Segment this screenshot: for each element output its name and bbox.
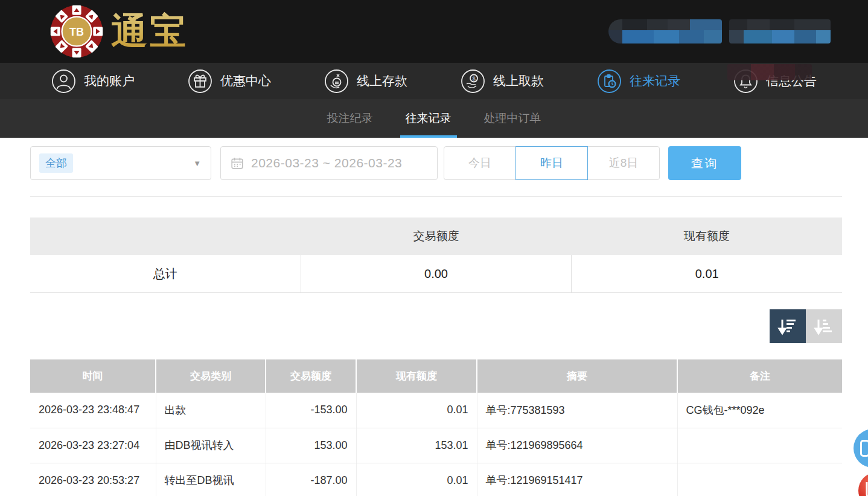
summary-total-label: 总计: [30, 255, 301, 292]
brand-logo[interactable]: TB 通宝: [48, 3, 188, 60]
type-select-value: 全部: [39, 153, 73, 173]
cell-type: 由DB视讯转入: [156, 428, 266, 463]
cell-remark: CG钱包-***092e: [677, 393, 842, 428]
cell-summary: 单号:775381593: [477, 393, 677, 428]
cell-time: 2026-03-23 23:27:04: [30, 428, 156, 463]
nav-label: 我的账户: [84, 72, 135, 89]
sort-ascending-icon: [814, 316, 834, 337]
poker-chip-icon: TB: [48, 3, 105, 60]
nav-item-promotions[interactable]: 优惠中心: [188, 69, 271, 94]
col-header-type: 交易类别: [156, 359, 266, 393]
cell-summary: 单号:121969151417: [477, 463, 677, 496]
main-nav: 我的账户 优惠中心 线上存款 $ 线上取款 往来记录: [0, 63, 868, 99]
calendar-icon: [231, 156, 244, 170]
cell-type: 出款: [156, 393, 266, 428]
cell-amount: -187.00: [266, 463, 356, 496]
table-row: 2026-03-23 23:48:47 出款 -153.00 0.01 单号:7…: [30, 393, 842, 428]
table-row: 2026-03-23 20:53:27 转出至DB视讯 -187.00 0.01…: [30, 463, 842, 496]
range-button-last8days[interactable]: 近8日: [587, 146, 660, 180]
date-range-input[interactable]: 2026-03-23 ~ 2026-03-23: [220, 146, 438, 180]
sort-descending-icon: [777, 316, 798, 337]
app-logo-icon: [863, 481, 868, 496]
summary-table: 交易额度 现有额度 总计 0.00 0.01: [30, 217, 842, 293]
col-header-amount: 交易额度: [266, 359, 356, 393]
brand-name: 通宝: [111, 7, 188, 56]
chat-device-icon: [860, 440, 868, 457]
app-shortcut-button[interactable]: [858, 472, 868, 496]
range-button-today[interactable]: 今日: [444, 146, 516, 180]
sort-ascending-button[interactable]: [806, 309, 842, 343]
cell-balance: 0.01: [356, 463, 477, 496]
sort-controls: [770, 309, 842, 343]
transactions-table: 时间 交易类别 交易额度 现有额度 摘要 备注 2026-03-23 23:48…: [30, 359, 842, 496]
sort-descending-button[interactable]: [770, 309, 806, 343]
nav-item-my-account[interactable]: 我的账户: [51, 69, 135, 94]
summary-header-transaction: 交易额度: [301, 217, 571, 255]
cell-time: 2026-03-23 23:48:47: [30, 393, 156, 428]
nav-item-withdraw[interactable]: $ 线上取款: [461, 69, 544, 94]
records-icon: [597, 69, 622, 94]
col-header-time: 时间: [30, 359, 156, 393]
cell-remark: [677, 428, 842, 463]
table-header-row: 时间 交易类别 交易额度 现有额度 摘要 备注: [30, 359, 842, 393]
nav-label: 线上取款: [493, 72, 544, 89]
blurred-balance: [729, 19, 831, 43]
summary-transaction-total: 0.00: [301, 255, 572, 292]
cell-amount: -153.00: [266, 393, 356, 428]
query-button[interactable]: 查询: [668, 146, 741, 180]
cell-type: 转出至DB视讯: [156, 463, 266, 496]
nav-item-records[interactable]: 往来记录: [597, 69, 680, 94]
range-button-yesterday[interactable]: 昨日: [515, 146, 588, 180]
withdraw-icon: $: [461, 69, 485, 94]
svg-text:$: $: [472, 76, 475, 82]
summary-total-row: 总计 0.00 0.01: [30, 255, 842, 293]
blurred-patch: [727, 64, 812, 80]
cell-remark: [677, 463, 842, 496]
col-header-balance: 现有额度: [356, 359, 477, 393]
cell-summary: 单号:121969895664: [477, 428, 677, 463]
col-header-remark: 备注: [677, 359, 842, 393]
user-icon: [51, 69, 76, 94]
tab-betting-records[interactable]: 投注纪录: [326, 99, 374, 138]
summary-header-empty: [30, 217, 301, 255]
gift-icon: [188, 69, 212, 94]
type-select[interactable]: 全部 ▼: [30, 146, 211, 180]
chevron-down-icon: ▼: [193, 159, 201, 168]
nav-item-deposit[interactable]: 线上存款: [324, 69, 407, 94]
nav-label: 线上存款: [357, 72, 407, 89]
cell-balance: 0.01: [356, 393, 477, 428]
customer-service-button[interactable]: [854, 429, 868, 468]
cell-amount: 153.00: [266, 428, 356, 463]
summary-header-balance: 现有额度: [572, 217, 842, 255]
chip-badge-text: TB: [69, 26, 84, 38]
top-header: TB 通宝: [0, 0, 868, 63]
summary-balance-total: 0.01: [572, 255, 842, 292]
col-header-summary: 摘要: [477, 359, 677, 393]
cell-time: 2026-03-23 20:53:27: [30, 463, 156, 496]
blurred-username: [608, 19, 722, 43]
table-row: 2026-03-23 23:27:04 由DB视讯转入 153.00 153.0…: [30, 428, 842, 463]
date-range-value: 2026-03-23 ~ 2026-03-23: [251, 156, 402, 170]
tab-transaction-records[interactable]: 往来记录: [404, 99, 453, 138]
cell-balance: 153.01: [356, 428, 477, 463]
record-tabbar: 投注纪录 往来记录 处理中订单: [0, 99, 868, 138]
nav-label: 往来记录: [630, 72, 680, 89]
deposit-icon: [324, 69, 349, 94]
tab-processing-orders[interactable]: 处理中订单: [483, 99, 543, 138]
quick-range-group: 今日 昨日 近8日: [444, 146, 660, 180]
summary-header-row: 交易额度 现有额度: [30, 217, 842, 255]
section-divider: [30, 196, 842, 197]
nav-label: 优惠中心: [220, 72, 271, 89]
